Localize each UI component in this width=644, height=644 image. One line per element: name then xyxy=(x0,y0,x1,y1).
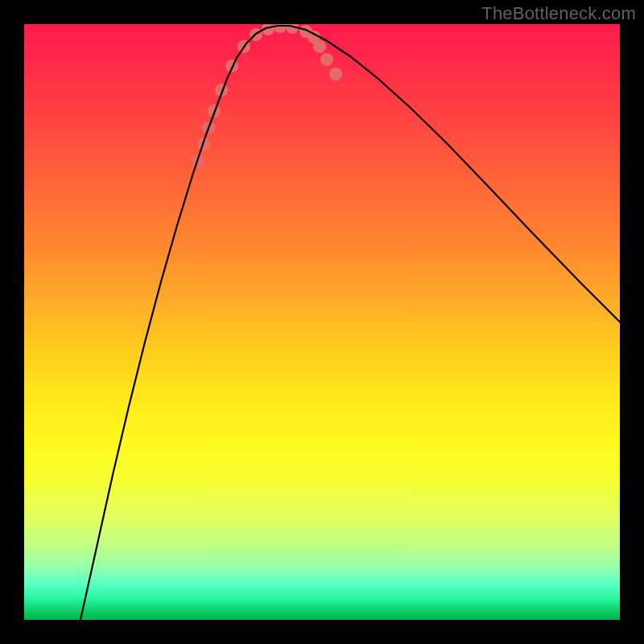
highlight-dot xyxy=(320,53,333,66)
watermark-text: TheBottleneck.com xyxy=(481,3,636,24)
curve-layer xyxy=(24,24,620,620)
plot-area xyxy=(24,24,620,620)
highlight-dot xyxy=(329,68,342,80)
bottleneck-curve xyxy=(80,26,620,620)
highlight-dot xyxy=(313,40,326,53)
marker-group xyxy=(192,24,342,167)
chart-stage: TheBottleneck.com xyxy=(0,0,644,644)
